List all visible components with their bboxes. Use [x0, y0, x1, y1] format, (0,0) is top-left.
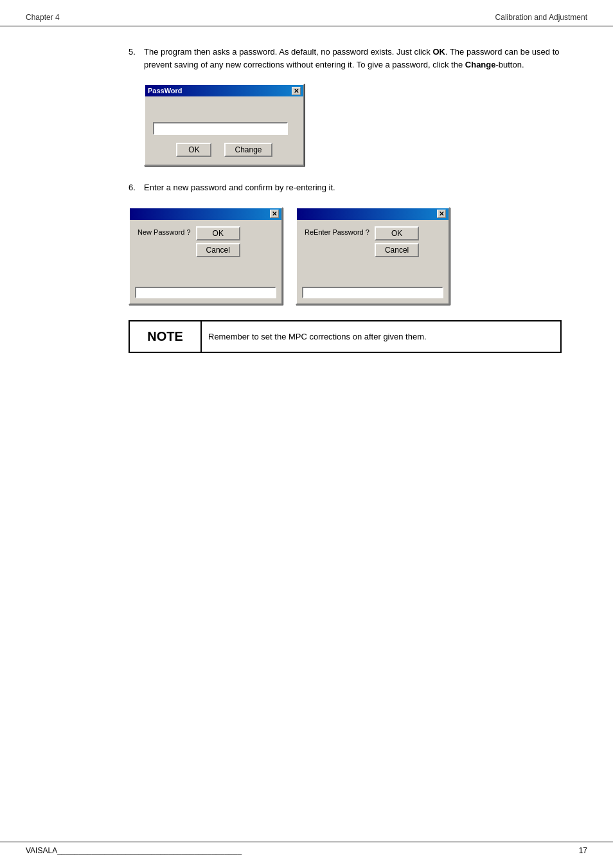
- page-footer: VAISALA_________________________________…: [0, 842, 613, 855]
- reenter-close[interactable]: ✕: [437, 210, 446, 218]
- reenter-body: ReEnter Password ? OK Cancel: [297, 220, 449, 303]
- password-dialog-buttons: OK Change: [153, 143, 296, 157]
- password-dialog-area: PassWord ✕ OK Change: [144, 84, 562, 166]
- reenter-titlebar: ✕: [297, 208, 449, 220]
- new-password-close[interactable]: ✕: [270, 210, 279, 218]
- new-password-ok-button[interactable]: OK: [196, 226, 240, 240]
- reenter-ok-button[interactable]: OK: [375, 226, 419, 240]
- reenter-label: ReEnter Password ?: [305, 228, 369, 236]
- step-6-num: 6.: [129, 181, 144, 194]
- new-password-row: New Password ? OK Cancel: [138, 226, 274, 257]
- reenter-input-field[interactable]: [302, 287, 443, 298]
- footer-left: VAISALA_________________________________…: [26, 846, 242, 855]
- password-input[interactable]: [153, 122, 288, 135]
- new-password-dialog: ✕ New Password ? OK Cancel: [129, 207, 283, 305]
- password-dialog: PassWord ✕ OK Change: [144, 84, 305, 166]
- password-dialog-close[interactable]: ✕: [292, 87, 301, 95]
- footer-right: 17: [579, 846, 587, 855]
- step-5: 5. The program then asks a password. As …: [129, 46, 562, 71]
- new-password-buttons: OK Cancel: [196, 226, 240, 257]
- step-5-text: The program then asks a password. As def…: [144, 46, 562, 71]
- note-box: NOTE Remember to set the MPC corrections…: [129, 320, 562, 353]
- reenter-cancel-button[interactable]: Cancel: [375, 243, 419, 257]
- step-5-num: 5.: [129, 46, 144, 71]
- chapter-label: Chapter 4: [26, 13, 60, 22]
- note-text: Remember to set the MPC corrections on a…: [200, 321, 433, 352]
- note-label: NOTE: [130, 321, 200, 352]
- small-dialogs-row: ✕ New Password ? OK Cancel ✕: [129, 207, 562, 305]
- section-label: Calibration and Adjustment: [495, 13, 587, 22]
- password-dialog-body: OK Change: [145, 96, 303, 165]
- step-6: 6. Enter a new password and confirm by r…: [129, 181, 562, 194]
- reenter-dialog: ✕ ReEnter Password ? OK Cancel: [296, 207, 450, 305]
- new-password-body: New Password ? OK Cancel: [130, 220, 281, 303]
- new-password-titlebar: ✕: [130, 208, 281, 220]
- password-change-button[interactable]: Change: [224, 143, 272, 157]
- password-dialog-title: PassWord: [148, 87, 182, 95]
- new-password-input-field[interactable]: [135, 287, 276, 298]
- password-dialog-titlebar: PassWord ✕: [145, 85, 303, 96]
- page-header: Chapter 4 Calibration and Adjustment: [0, 0, 613, 26]
- password-ok-button[interactable]: OK: [176, 143, 211, 157]
- reenter-row: ReEnter Password ? OK Cancel: [305, 226, 441, 257]
- main-content: 5. The program then asks a password. As …: [103, 46, 587, 353]
- step-6-text: Enter a new password and confirm by re-e…: [144, 181, 562, 194]
- new-password-cancel-button[interactable]: Cancel: [196, 243, 240, 257]
- reenter-buttons: OK Cancel: [375, 226, 419, 257]
- new-password-label: New Password ?: [138, 228, 191, 236]
